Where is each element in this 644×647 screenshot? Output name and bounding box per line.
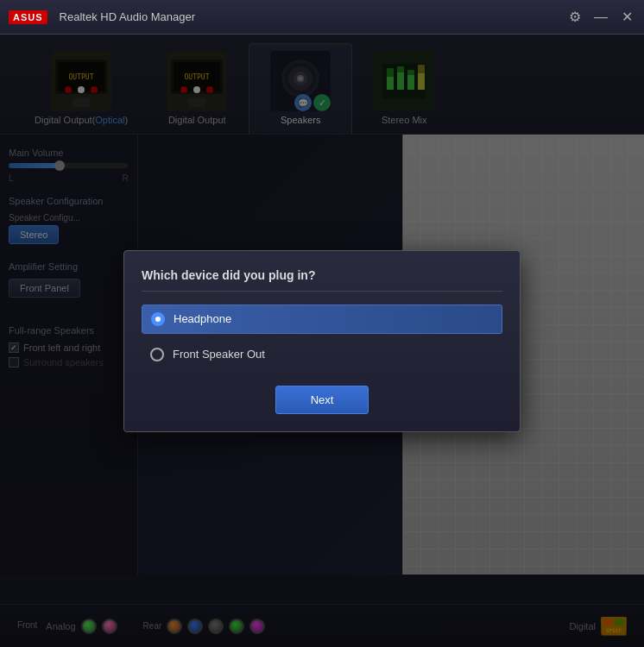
dialog-overlay: Which device did you plug in? Headphone … [0, 35, 644, 647]
dialog-footer: Next [142, 386, 502, 414]
app-logo: ASUS Realtek HD Audio Manager [9, 10, 195, 24]
minimize-button[interactable]: — [592, 9, 609, 25]
settings-icon[interactable]: ⚙ [566, 9, 584, 25]
close-button[interactable]: ✕ [618, 9, 635, 25]
next-button[interactable]: Next [275, 386, 369, 414]
main-content: OUTPUT Digital Output(Optical) OUTPUT [0, 35, 644, 647]
front-speaker-label: Front Speaker Out [173, 348, 265, 361]
headphone-label: Headphone [174, 312, 231, 325]
titlebar: ASUS Realtek HD Audio Manager ⚙ — ✕ [0, 0, 644, 35]
headphone-radio[interactable] [151, 312, 165, 326]
headphone-option[interactable]: Headphone [142, 305, 502, 334]
front-speaker-radio[interactable] [150, 348, 164, 361]
app-title: Realtek HD Audio Manager [60, 10, 196, 23]
dialog-title: Which device did you plug in? [142, 268, 502, 292]
device-plug-dialog: Which device did you plug in? Headphone … [123, 250, 521, 432]
front-speaker-option[interactable]: Front Speaker Out [142, 341, 502, 368]
asus-brand: ASUS [9, 10, 47, 24]
window-controls: ⚙ — ✕ [566, 9, 635, 25]
